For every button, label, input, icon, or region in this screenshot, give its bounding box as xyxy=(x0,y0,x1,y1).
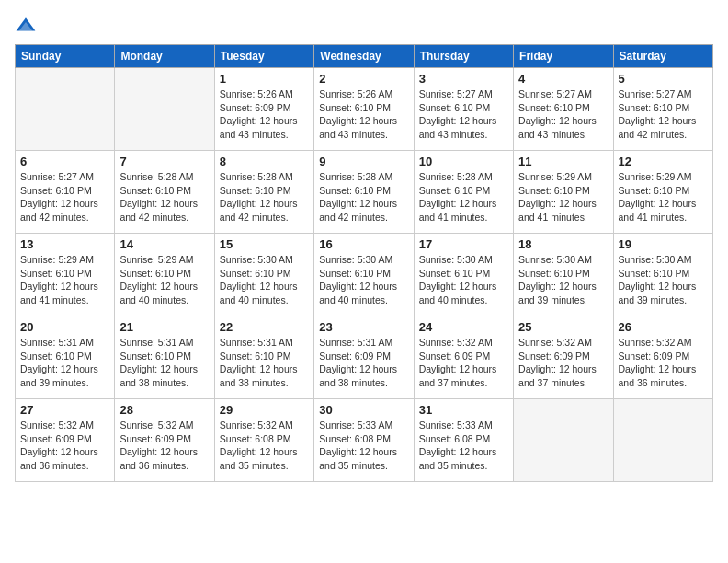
calendar-cell: 10Sunrise: 5:28 AM Sunset: 6:10 PM Dayli… xyxy=(414,151,513,234)
weekday-header-tuesday: Tuesday xyxy=(214,45,313,68)
day-number: 21 xyxy=(119,320,209,334)
calendar-cell: 5Sunrise: 5:27 AM Sunset: 6:10 PM Daylig… xyxy=(613,68,712,151)
calendar-cell: 28Sunrise: 5:32 AM Sunset: 6:09 PM Dayli… xyxy=(115,399,214,482)
weekday-header-monday: Monday xyxy=(115,45,214,68)
calendar-cell: 15Sunrise: 5:30 AM Sunset: 6:10 PM Dayli… xyxy=(214,234,313,316)
calendar-cell: 14Sunrise: 5:29 AM Sunset: 6:10 PM Dayli… xyxy=(115,234,214,316)
day-number: 18 xyxy=(518,237,608,251)
calendar-cell: 17Sunrise: 5:30 AM Sunset: 6:10 PM Dayli… xyxy=(414,234,513,316)
day-info: Sunrise: 5:29 AM Sunset: 6:10 PM Dayligh… xyxy=(619,170,708,224)
day-number: 10 xyxy=(419,155,508,168)
day-info: Sunrise: 5:28 AM Sunset: 6:10 PM Dayligh… xyxy=(119,170,209,224)
day-info: Sunrise: 5:28 AM Sunset: 6:10 PM Dayligh… xyxy=(220,170,309,224)
day-number: 17 xyxy=(419,237,508,251)
calendar-body: 1Sunrise: 5:26 AM Sunset: 6:09 PM Daylig… xyxy=(16,68,713,482)
day-info: Sunrise: 5:28 AM Sunset: 6:10 PM Dayligh… xyxy=(319,170,408,224)
day-info: Sunrise: 5:27 AM Sunset: 6:10 PM Dayligh… xyxy=(518,87,608,142)
day-info: Sunrise: 5:29 AM Sunset: 6:10 PM Dayligh… xyxy=(119,253,209,307)
calendar-cell: 2Sunrise: 5:26 AM Sunset: 6:10 PM Daylig… xyxy=(314,68,414,151)
day-number: 20 xyxy=(20,320,109,334)
day-number: 7 xyxy=(119,155,209,168)
day-number: 3 xyxy=(419,72,508,86)
day-info: Sunrise: 5:31 AM Sunset: 6:10 PM Dayligh… xyxy=(220,336,309,390)
calendar-cell: 22Sunrise: 5:31 AM Sunset: 6:10 PM Dayli… xyxy=(214,316,313,399)
calendar-cell: 26Sunrise: 5:32 AM Sunset: 6:09 PM Dayli… xyxy=(613,316,712,399)
calendar-cell: 1Sunrise: 5:26 AM Sunset: 6:09 PM Daylig… xyxy=(214,68,313,151)
calendar-cell: 4Sunrise: 5:27 AM Sunset: 6:10 PM Daylig… xyxy=(514,68,613,151)
calendar-cell: 24Sunrise: 5:32 AM Sunset: 6:09 PM Dayli… xyxy=(414,316,513,399)
weekday-header-friday: Friday xyxy=(514,45,613,68)
day-info: Sunrise: 5:31 AM Sunset: 6:10 PM Dayligh… xyxy=(20,336,109,390)
calendar-cell: 19Sunrise: 5:30 AM Sunset: 6:10 PM Dayli… xyxy=(613,234,712,316)
day-number: 31 xyxy=(419,403,508,417)
day-number: 22 xyxy=(220,320,309,334)
day-info: Sunrise: 5:27 AM Sunset: 6:10 PM Dayligh… xyxy=(619,87,708,142)
day-info: Sunrise: 5:31 AM Sunset: 6:10 PM Dayligh… xyxy=(119,336,209,390)
day-number: 24 xyxy=(419,320,508,334)
day-number: 26 xyxy=(619,320,708,334)
calendar-cell: 18Sunrise: 5:30 AM Sunset: 6:10 PM Dayli… xyxy=(514,234,613,316)
calendar-cell: 12Sunrise: 5:29 AM Sunset: 6:10 PM Dayli… xyxy=(613,151,712,234)
day-info: Sunrise: 5:33 AM Sunset: 6:08 PM Dayligh… xyxy=(319,419,408,473)
calendar-week-row: 6Sunrise: 5:27 AM Sunset: 6:10 PM Daylig… xyxy=(16,151,713,234)
calendar-week-row: 13Sunrise: 5:29 AM Sunset: 6:10 PM Dayli… xyxy=(16,234,713,316)
weekday-header-sunday: Sunday xyxy=(16,45,115,68)
calendar-cell: 11Sunrise: 5:29 AM Sunset: 6:10 PM Dayli… xyxy=(514,151,613,234)
day-number: 5 xyxy=(619,72,708,86)
day-number: 28 xyxy=(119,403,209,417)
day-number: 1 xyxy=(220,72,309,86)
logo-icon xyxy=(15,15,37,37)
day-number: 14 xyxy=(119,237,209,251)
day-number: 11 xyxy=(518,155,608,168)
weekday-header-wednesday: Wednesday xyxy=(314,45,414,68)
day-number: 12 xyxy=(619,155,708,168)
logo xyxy=(15,15,40,37)
calendar-cell xyxy=(16,68,115,151)
day-info: Sunrise: 5:27 AM Sunset: 6:10 PM Dayligh… xyxy=(20,170,109,224)
weekday-header-saturday: Saturday xyxy=(613,45,712,68)
day-info: Sunrise: 5:30 AM Sunset: 6:10 PM Dayligh… xyxy=(220,253,309,307)
calendar-cell: 3Sunrise: 5:27 AM Sunset: 6:10 PM Daylig… xyxy=(414,68,513,151)
day-info: Sunrise: 5:29 AM Sunset: 6:10 PM Dayligh… xyxy=(20,253,109,307)
day-info: Sunrise: 5:30 AM Sunset: 6:10 PM Dayligh… xyxy=(518,253,608,307)
day-number: 30 xyxy=(319,403,408,417)
calendar-cell: 16Sunrise: 5:30 AM Sunset: 6:10 PM Dayli… xyxy=(314,234,414,316)
calendar-cell: 31Sunrise: 5:33 AM Sunset: 6:08 PM Dayli… xyxy=(414,399,513,482)
page-header xyxy=(15,15,713,37)
day-number: 13 xyxy=(20,237,109,251)
calendar-cell: 23Sunrise: 5:31 AM Sunset: 6:09 PM Dayli… xyxy=(314,316,414,399)
day-info: Sunrise: 5:26 AM Sunset: 6:09 PM Dayligh… xyxy=(220,87,309,142)
day-info: Sunrise: 5:32 AM Sunset: 6:08 PM Dayligh… xyxy=(220,419,309,473)
calendar-cell: 6Sunrise: 5:27 AM Sunset: 6:10 PM Daylig… xyxy=(16,151,115,234)
day-info: Sunrise: 5:32 AM Sunset: 6:09 PM Dayligh… xyxy=(119,419,209,473)
calendar-week-row: 20Sunrise: 5:31 AM Sunset: 6:10 PM Dayli… xyxy=(16,316,713,399)
day-number: 25 xyxy=(518,320,608,334)
day-info: Sunrise: 5:32 AM Sunset: 6:09 PM Dayligh… xyxy=(20,419,109,473)
calendar-week-row: 1Sunrise: 5:26 AM Sunset: 6:09 PM Daylig… xyxy=(16,68,713,151)
calendar-header: SundayMondayTuesdayWednesdayThursdayFrid… xyxy=(16,45,713,68)
calendar-cell xyxy=(613,399,712,482)
day-info: Sunrise: 5:28 AM Sunset: 6:10 PM Dayligh… xyxy=(419,170,508,224)
day-number: 8 xyxy=(220,155,309,168)
calendar-cell xyxy=(514,399,613,482)
day-number: 9 xyxy=(319,155,408,168)
day-info: Sunrise: 5:32 AM Sunset: 6:09 PM Dayligh… xyxy=(619,336,708,390)
day-info: Sunrise: 5:26 AM Sunset: 6:10 PM Dayligh… xyxy=(319,87,408,142)
day-info: Sunrise: 5:32 AM Sunset: 6:09 PM Dayligh… xyxy=(518,336,608,390)
day-number: 29 xyxy=(220,403,309,417)
calendar-cell: 7Sunrise: 5:28 AM Sunset: 6:10 PM Daylig… xyxy=(115,151,214,234)
day-number: 6 xyxy=(20,155,109,168)
day-info: Sunrise: 5:30 AM Sunset: 6:10 PM Dayligh… xyxy=(619,253,708,307)
calendar-cell: 8Sunrise: 5:28 AM Sunset: 6:10 PM Daylig… xyxy=(214,151,313,234)
day-number: 27 xyxy=(20,403,109,417)
calendar-cell: 29Sunrise: 5:32 AM Sunset: 6:08 PM Dayli… xyxy=(214,399,313,482)
calendar-cell: 27Sunrise: 5:32 AM Sunset: 6:09 PM Dayli… xyxy=(16,399,115,482)
day-number: 2 xyxy=(319,72,408,86)
day-number: 23 xyxy=(319,320,408,334)
day-info: Sunrise: 5:33 AM Sunset: 6:08 PM Dayligh… xyxy=(419,419,508,473)
weekday-header-row: SundayMondayTuesdayWednesdayThursdayFrid… xyxy=(16,45,713,68)
weekday-header-thursday: Thursday xyxy=(414,45,513,68)
day-info: Sunrise: 5:32 AM Sunset: 6:09 PM Dayligh… xyxy=(419,336,508,390)
calendar-cell: 13Sunrise: 5:29 AM Sunset: 6:10 PM Dayli… xyxy=(16,234,115,316)
calendar-cell: 20Sunrise: 5:31 AM Sunset: 6:10 PM Dayli… xyxy=(16,316,115,399)
